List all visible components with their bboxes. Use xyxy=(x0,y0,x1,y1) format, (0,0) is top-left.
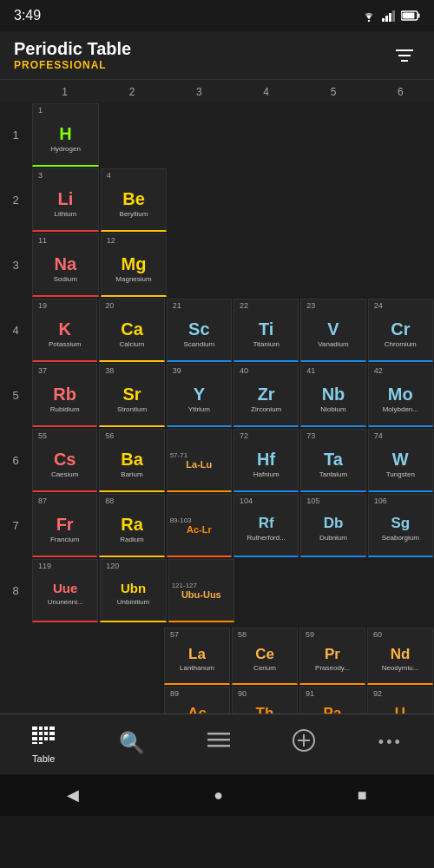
element-W[interactable]: 74 W Tungsten xyxy=(368,429,433,492)
nav-item-table[interactable]: Table xyxy=(21,719,66,771)
element-Th[interactable]: 90 Th Thorium xyxy=(232,687,298,713)
svg-rect-23 xyxy=(32,742,37,744)
element-Mg[interactable]: 12 Mg Magnesium xyxy=(101,233,168,297)
element-U[interactable]: 92 U Uranium xyxy=(367,687,433,713)
empty-cell xyxy=(168,233,233,297)
element-H[interactable]: 1 H Hydrogen xyxy=(32,103,99,167)
empty-cell xyxy=(301,103,366,167)
element-Nd[interactable]: 60 Nd Neodymiu... xyxy=(367,628,433,685)
element-La[interactable]: 57 La Lanthanum xyxy=(164,628,230,685)
element-Db[interactable]: 105 Db Dubnium xyxy=(300,494,365,557)
element-Pr[interactable]: 59 Pr Praseody... xyxy=(299,628,365,685)
col-header-4: 4 xyxy=(233,80,299,102)
nav-label-table: Table xyxy=(32,753,55,764)
signal-icon xyxy=(382,10,396,22)
row-label-1: 1 xyxy=(0,102,31,168)
empty-cell xyxy=(32,687,96,713)
empty-cell xyxy=(302,233,367,297)
periodic-table-area: 1 2 3 4 5 6 1 1 H Hydrogen 2 3 xyxy=(0,80,434,713)
element-Mo[interactable]: 42 Mo Molybden... xyxy=(368,364,433,427)
element-Rb[interactable]: 37 Rb Rubidium xyxy=(32,364,97,427)
svg-rect-27 xyxy=(207,745,230,747)
element-Ce[interactable]: 58 Ce Cerium xyxy=(232,628,298,685)
nav-item-more[interactable]: ••• xyxy=(368,727,413,762)
element-Na[interactable]: 11 Na Sodium xyxy=(32,233,99,297)
nav-item-add[interactable] xyxy=(282,722,326,767)
element-Cr[interactable]: 24 Cr Chromium xyxy=(368,299,433,362)
row-label-2: 2 xyxy=(0,168,31,233)
element-Pa[interactable]: 91 Pa Protactini... xyxy=(299,687,365,713)
element-Y[interactable]: 39 Y Yttrium xyxy=(167,364,232,427)
svg-rect-17 xyxy=(44,732,48,735)
empty-cell xyxy=(369,559,433,622)
empty-cell xyxy=(368,168,433,232)
lanthanide-row-label xyxy=(0,627,31,686)
empty-cell xyxy=(368,233,433,297)
home-button[interactable]: ● xyxy=(214,786,223,805)
svg-rect-3 xyxy=(389,13,391,22)
empty-cell xyxy=(234,103,299,167)
element-Ta[interactable]: 73 Ta Tantalum xyxy=(300,429,365,492)
empty-cell xyxy=(302,559,366,622)
row-label-8: 8 xyxy=(0,558,31,623)
col-header-6: 6 xyxy=(367,80,434,102)
element-Li[interactable]: 3 Li Lithium xyxy=(32,168,99,232)
recent-button[interactable]: ■ xyxy=(358,786,367,805)
element-Fr[interactable]: 87 Fr Francium xyxy=(32,494,97,557)
app-title-text: Periodic Table xyxy=(14,39,131,59)
element-Ubn[interactable]: 120 Ubn Unbinilium xyxy=(100,559,166,622)
nav-item-search[interactable]: 🔍 xyxy=(108,724,155,766)
element-Ba[interactable]: 56 Ba Barium xyxy=(99,429,164,492)
element-Ra[interactable]: 88 Ra Radium xyxy=(99,494,164,557)
empty-cell xyxy=(98,628,162,685)
svg-rect-22 xyxy=(49,737,55,740)
element-Ac-Lr-placeholder[interactable]: 89-103 Ac-Lr xyxy=(167,494,232,557)
pt-row-5: 5 37 Rb Rubidium 38 Sr Strontium 39 Y Yt… xyxy=(0,363,434,428)
element-Sg[interactable]: 106 Sg Seaborgium xyxy=(368,494,433,557)
svg-rect-16 xyxy=(39,732,43,735)
element-La-Lu-placeholder[interactable]: 57-71 La-Lu xyxy=(167,429,232,492)
element-Sc[interactable]: 21 Sc Scandium xyxy=(167,299,232,362)
element-Be[interactable]: 4 Be Beryllium xyxy=(101,168,168,232)
empty-cell xyxy=(168,103,233,167)
element-K[interactable]: 19 K Potassium xyxy=(32,299,97,362)
svg-rect-6 xyxy=(418,14,420,18)
col-header-3: 3 xyxy=(166,80,233,102)
element-V[interactable]: 23 V Vanadium xyxy=(300,299,365,362)
filter-icon xyxy=(394,47,415,64)
empty-cell xyxy=(101,103,166,167)
element-Rf[interactable]: 104 Rf Rutherford... xyxy=(233,494,299,557)
element-Uue[interactable]: 119 Uue Ununenni... xyxy=(32,559,98,622)
element-Hf[interactable]: 72 Hf Hafnium xyxy=(233,429,299,492)
svg-rect-2 xyxy=(385,16,388,22)
element-Ti[interactable]: 22 Ti Titanium xyxy=(233,299,299,362)
element-Ubu-Uus-placeholder[interactable]: 121-127 Ubu-Uus xyxy=(168,559,234,622)
svg-rect-13 xyxy=(44,727,48,730)
element-Zr[interactable]: 40 Zr Zirconium xyxy=(233,364,299,427)
empty-cell xyxy=(98,687,162,713)
filter-button[interactable] xyxy=(389,40,420,71)
svg-point-0 xyxy=(368,20,370,22)
element-Ac[interactable]: 89 Ac Actinium xyxy=(164,687,230,713)
nav-item-list[interactable] xyxy=(197,724,240,766)
pt-row-4: 4 19 K Potassium 20 Ca Calcium 21 Sc Sca… xyxy=(0,298,434,363)
battery-icon xyxy=(401,10,420,21)
app-header: Periodic Table PROFESSIONAL xyxy=(0,31,434,80)
element-Nb[interactable]: 41 Nb Niobium xyxy=(300,364,365,427)
pt-row-6: 6 55 Cs Caesium 56 Ba Barium 57-71 La-Lu… xyxy=(0,428,434,493)
svg-rect-11 xyxy=(32,727,37,730)
element-Sr[interactable]: 38 Sr Strontium xyxy=(99,364,164,427)
row-label-6: 6 xyxy=(0,428,31,493)
app-subtitle: PROFESSIONAL xyxy=(14,59,131,71)
element-Ca[interactable]: 20 Ca Calcium xyxy=(99,299,164,362)
pt-row-1: 1 1 H Hydrogen xyxy=(0,102,434,168)
app-title-block: Periodic Table PROFESSIONAL xyxy=(14,39,131,71)
element-Cs[interactable]: 55 Cs Caesium xyxy=(32,429,97,492)
back-button[interactable]: ◀ xyxy=(67,786,79,805)
empty-cell xyxy=(368,103,433,167)
pt-row-7: 7 87 Fr Francium 88 Ra Radium 89-103 Ac-… xyxy=(0,493,434,558)
empty-cell xyxy=(235,168,300,232)
bottom-navigation: Table 🔍 ••• xyxy=(0,713,434,774)
row-label-3: 3 xyxy=(0,233,31,298)
row-label-4: 4 xyxy=(0,298,31,363)
